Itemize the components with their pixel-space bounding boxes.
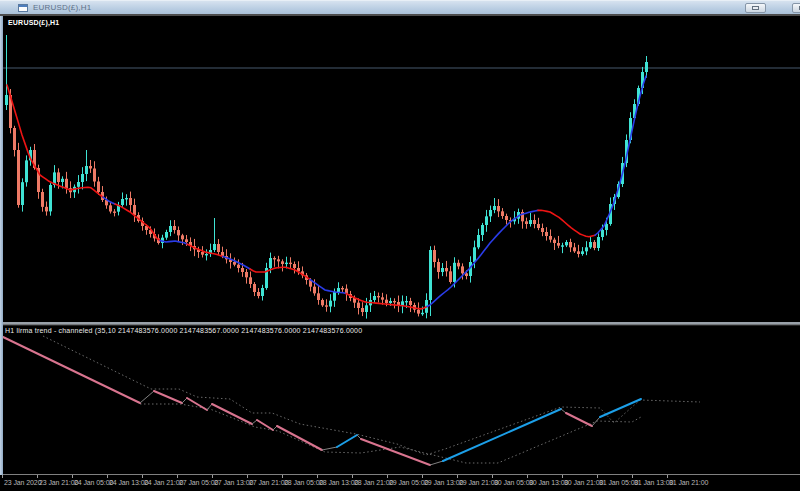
time-axis-label: 24 Jan 13:00 <box>109 479 148 486</box>
restore-window-button[interactable] <box>745 3 766 13</box>
time-axis-label: 23 Jan 2020 <box>4 479 41 486</box>
time-axis-tick <box>282 475 283 478</box>
main-chart-canvas[interactable] <box>0 0 800 491</box>
time-axis-tick <box>422 475 423 478</box>
time-axis-tick <box>317 475 318 478</box>
time-axis-label: 28 Jan 21:00 <box>354 479 393 486</box>
window-title: EURUSD(£),H1 <box>33 1 91 15</box>
time-axis-tick <box>177 475 178 478</box>
time-axis-tick <box>247 475 248 478</box>
time-axis-tick <box>597 475 598 478</box>
window-left-border <box>0 16 3 491</box>
time-axis[interactable]: 23 Jan 202023 Jan 21:0024 Jan 05:0024 Ja… <box>0 475 800 491</box>
time-axis-label: 30 Jan 13:00 <box>529 479 568 486</box>
time-axis-label: 30 Jan 05:00 <box>494 479 533 486</box>
time-axis-label: 24 Jan 21:00 <box>144 479 183 486</box>
time-axis-label: 24 Jan 05:00 <box>74 479 113 486</box>
time-axis-tick <box>492 475 493 478</box>
symbol-period-label: EURUSD(£),H1 <box>8 19 59 26</box>
time-axis-tick <box>527 475 528 478</box>
time-axis-label: 29 Jan 21:00 <box>459 479 498 486</box>
time-axis-tick <box>37 475 38 478</box>
time-axis-label: 29 Jan 13:00 <box>424 479 463 486</box>
time-axis-tick <box>352 475 353 478</box>
time-axis-label: 29 Jan 05:00 <box>389 479 428 486</box>
edge-window-button[interactable] <box>792 3 800 13</box>
time-axis-label: 28 Jan 13:00 <box>319 479 358 486</box>
time-axis-tick <box>142 475 143 478</box>
restore-window-icon <box>752 6 759 10</box>
time-axis-tick <box>212 475 213 478</box>
time-axis-tick <box>72 475 73 478</box>
time-axis-label: 31 Jan 13:00 <box>634 479 673 486</box>
time-axis-tick <box>632 475 633 478</box>
time-axis-label: 30 Jan 21:00 <box>564 479 603 486</box>
time-axis-label: 27 Jan 13:00 <box>214 479 253 486</box>
time-axis-tick <box>457 475 458 478</box>
time-axis-tick <box>387 475 388 478</box>
time-axis-tick <box>667 475 668 478</box>
time-axis-label: 23 Jan 21:00 <box>39 479 78 486</box>
time-axis-tick <box>562 475 563 478</box>
time-axis-tick <box>107 475 108 478</box>
indicator-name-label: H1 lirma trend - channeled (35,10 214748… <box>5 327 362 334</box>
time-axis-tick <box>2 475 3 478</box>
time-axis-label: 27 Jan 21:00 <box>249 479 288 486</box>
chart-window-icon <box>18 4 28 12</box>
titlebar[interactable]: EURUSD(£),H1 <box>0 0 800 14</box>
time-axis-label: 27 Jan 05:00 <box>179 479 218 486</box>
titlebar-underline <box>0 14 800 16</box>
time-axis-label: 28 Jan 05:00 <box>284 479 323 486</box>
chart-window: EURUSD(£),H1 EURUSD(£),H1 H1 lirma trend… <box>0 0 800 491</box>
time-axis-label: 31 Jan 05:00 <box>599 479 638 486</box>
time-axis-label: 31 Jan 21:00 <box>669 479 708 486</box>
